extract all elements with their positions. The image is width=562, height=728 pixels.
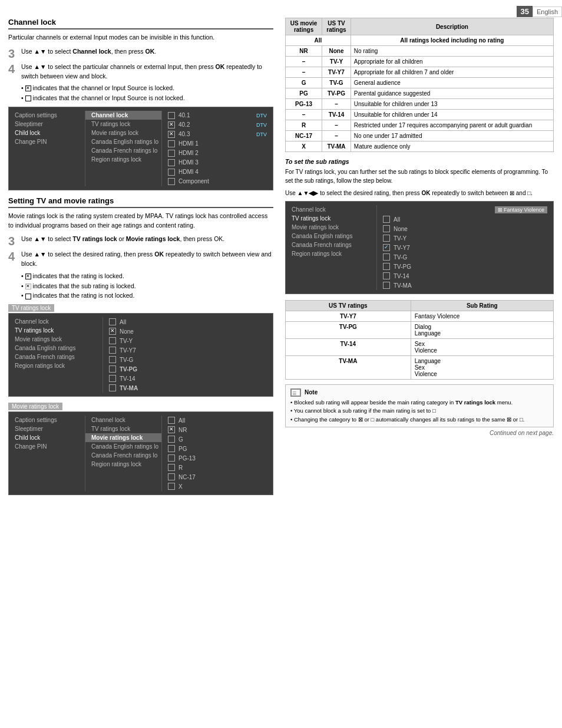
sub-ratings-body2: Use ▲▼◀▶ to select the desired rating, t… <box>285 189 554 197</box>
tv-step3: 3 Use ▲▼ to select TV ratings lock or Mo… <box>8 235 273 248</box>
step3-text: Use ▲▼ to select Channel lock, then pres… <box>21 47 156 57</box>
tv-menu-region: Region ratings lock <box>9 361 103 370</box>
table-row-tvy7: –TV-Y7Appropriate for all children 7 and… <box>286 67 554 78</box>
movie-movie-ratings: Movie ratings lock <box>85 433 161 442</box>
note-header: Note <box>290 388 548 397</box>
tv-opt-tvy7: TV-Y7 <box>107 345 269 355</box>
channel-lock-menu-mid: Channel lock TV ratings lock Movie ratin… <box>85 111 162 186</box>
ratings-table: US movieratings US TVratings Description… <box>285 18 554 152</box>
table-row-all: All All ratings locked including no rati… <box>286 35 554 46</box>
sub-row-tv14: TV-14SexViolence <box>286 339 554 356</box>
tv-step3-text: Use ▲▼ to select TV ratings lock or Movi… <box>21 235 224 244</box>
sub-tv-ratings: TV ratings lock <box>286 214 376 223</box>
tv-opt-tvy: TV-Y <box>107 336 269 345</box>
table-row-nr: NRNoneNo rating <box>286 46 554 57</box>
table-row-nc17: NC-17–No one under 17 admitted <box>286 131 554 141</box>
sub-opt-tvma: TV-MA <box>381 281 550 290</box>
table-row-pg: PGTV-PGParental guidance suggested <box>286 88 554 99</box>
table-row-pg13: PG-13–Unsuitable for children under 13 <box>286 99 554 110</box>
menu-canada-english: Canada English ratings lo <box>85 137 161 146</box>
tv-step3-num: 3 <box>8 235 21 248</box>
tv-movie-body: Movie ratings lock is the rating system … <box>8 212 273 230</box>
td-all-desc: All ratings locked including no rating <box>351 35 553 46</box>
movie-opt-g: G <box>166 434 269 444</box>
movie-canada-english: Canada English ratings lo <box>85 442 161 451</box>
tv-menu-canada-english: Canada English ratings <box>9 344 103 353</box>
movie-tv-ratings: TV ratings lock <box>85 424 161 433</box>
table-row-tvy: –TV-YAppropriate for all children <box>286 57 554 67</box>
tv-menu-movie-ratings: Movie ratings lock <box>9 335 103 344</box>
sub-row-tvpg: TV-PGDialogLanguage <box>286 322 554 339</box>
sub-opt-tvy7: TV-Y7 <box>381 243 550 252</box>
td-all: All <box>286 35 351 46</box>
tv-ratings-menu-right: All None TV-Y TV-Y7 TV-G TV-PG TV-14 TV-… <box>103 317 273 393</box>
tv-step4-text: Use ▲▼ to select the desired rating, the… <box>21 250 273 269</box>
movie-child-lock: Child lock <box>9 433 85 442</box>
menu-child-lock: Child lock <box>9 129 85 137</box>
movie-opt-pg: PG <box>166 444 269 453</box>
note-item-3: Changing the category to ⊠ or □ automati… <box>290 416 548 424</box>
movie-region: Region ratings lock <box>85 460 161 469</box>
table-row-x: XTV-MAMature audience only <box>286 141 554 152</box>
tv-bullet-3: indicates that the rating is not locked. <box>21 291 273 301</box>
movie-menu-right: All NR G PG PG-13 R NC-17 X <box>162 416 273 491</box>
tv-bullet-1: indicates that the rating is locked. <box>21 271 273 281</box>
menu-caption-settings: Caption settings <box>9 111 85 120</box>
tv-movie-title: Setting TV and movie ratings <box>8 196 273 208</box>
sub-opt-none: None <box>381 224 550 233</box>
option-hdmi1: HDMI 1 <box>166 139 269 149</box>
left-column: Channel lock Particular channels or exte… <box>8 18 273 501</box>
channel-lock-step3: 3 Use ▲▼ to select Channel lock, then pr… <box>8 47 273 60</box>
sub-opt-all: All <box>381 215 550 224</box>
note-item-2: You cannot block a sub rating if the mai… <box>290 407 548 415</box>
menu-canada-french: Canada French ratings lo <box>85 146 161 155</box>
step3-num: 3 <box>8 47 21 60</box>
tv-opt-tvpg: TV-PG <box>107 364 269 374</box>
fantasy-violence-label: ⊠ Fantasy Violence <box>495 206 547 213</box>
sub-panel-left: Channel lock TV ratings lock Movie ratin… <box>286 205 377 290</box>
movie-change-pin: Change PIN <box>9 442 85 451</box>
tv-movie-bullets: indicates that the rating is locked. ind… <box>21 271 273 301</box>
sub-ratings-panel: Channel lock TV ratings lock Movie ratin… <box>285 201 554 294</box>
tv-opt-all: All <box>107 317 269 327</box>
menu-channel-lock: Channel lock <box>85 111 161 120</box>
note-box: Note Blocked sub rating will appear besi… <box>285 384 554 427</box>
note-icon <box>290 388 301 397</box>
note-item-1: Blocked sub rating will appear beside th… <box>290 398 548 407</box>
option-402: 40.2DTV <box>166 120 269 130</box>
movie-menu-left: Caption settings Sleeptimer Child lock C… <box>9 416 85 491</box>
sub-movie-ratings: Movie ratings lock <box>286 223 376 232</box>
tv-opt-tvma: TV-MA <box>107 383 269 393</box>
tv-opt-tv14: TV-14 <box>107 374 269 383</box>
movie-opt-pg13: PG-13 <box>166 453 269 463</box>
option-hdmi4: HDMI 4 <box>166 167 269 177</box>
page-language: English <box>533 6 562 17</box>
right-column: US movieratings US TVratings Description… <box>285 18 554 501</box>
sub-row-tvy7: TV-Y7Fantasy Violence <box>286 311 554 322</box>
channel-lock-panel: Caption settings Sleeptimer Child lock C… <box>8 107 273 190</box>
option-component: Component <box>166 177 269 186</box>
movie-ratings-panel-label: Movie ratings lock <box>8 403 62 410</box>
note-list: Blocked sub rating will appear beside th… <box>290 398 548 424</box>
tv-step4-num: 4 <box>8 250 21 263</box>
menu-sleeptimer: Sleeptimer <box>9 120 85 129</box>
option-hdmi2: HDMI 2 <box>166 149 269 158</box>
tv-step4: 4 Use ▲▼ to select the desired rating, t… <box>8 250 273 269</box>
sub-rating-table: US TV ratings Sub Rating TV-Y7Fantasy Vi… <box>285 300 554 380</box>
option-403: 40.3DTV <box>166 130 269 139</box>
tv-opt-tvg: TV-G <box>107 355 269 364</box>
movie-opt-all: All <box>166 416 269 425</box>
sub-opt-tvpg: TV-PG <box>381 262 550 271</box>
step4-num: 4 <box>8 62 21 75</box>
tv-ratings-panel-label: TV ratings lock <box>8 304 54 312</box>
tv-opt-none: None <box>107 327 269 336</box>
menu-tv-ratings: TV ratings lock <box>85 120 161 129</box>
option-401: 40.1DTV <box>166 111 269 120</box>
sub-region: Region ratings lock <box>286 249 376 258</box>
movie-sleeptimer: Sleeptimer <box>9 424 85 433</box>
sub-th-ustv: US TV ratings <box>286 301 411 311</box>
table-row-r: R–Restricted under 17 requires accompany… <box>286 120 554 131</box>
page-badge: 35 English <box>517 6 562 17</box>
sub-row-tvma: TV-MALanguageSexViolence <box>286 356 554 380</box>
table-row-g: GTV-GGeneral audience <box>286 78 554 88</box>
